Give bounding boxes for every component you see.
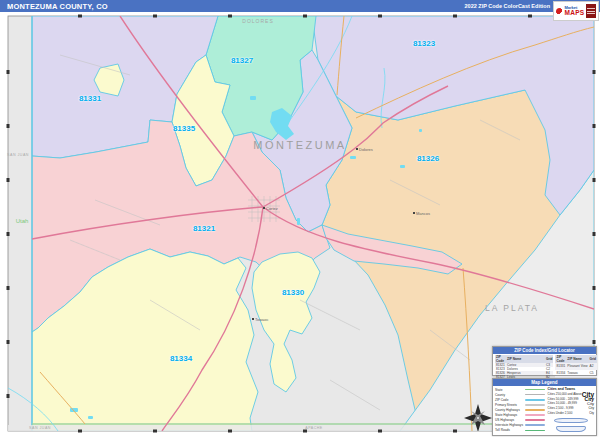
- city-mark-sample: City: [589, 406, 595, 410]
- zip-index-cell: C5: [589, 370, 598, 377]
- legend-line-sample: [525, 404, 545, 406]
- logo-swirl-icon: [556, 8, 563, 15]
- town-label: Towaoc: [255, 317, 269, 322]
- legend-item-label: State Highways: [495, 413, 517, 417]
- zip-index-cell: 81334: [555, 370, 566, 377]
- interstate-shield-icon: [556, 426, 586, 432]
- legend-line-sample: [525, 414, 545, 416]
- map-legend-header: Map Legend: [493, 379, 596, 386]
- map-legend-panel: Map Legend StateCountyZIP CodePrimary St…: [492, 378, 597, 436]
- legend-item-label: State: [495, 388, 502, 392]
- cities-rows: Cities 250,000 and AboveCityCities 50,00…: [548, 392, 594, 415]
- city-size-row: Cities Under 2,500City: [548, 410, 594, 415]
- town-dot: [413, 212, 415, 214]
- legend-item-label: County Highways: [495, 408, 520, 412]
- title-bar: MONTEZUMA COUNTY, CO 2022 ZIP Code Color…: [0, 0, 600, 12]
- zip-index-header: ZIP Code Index/Grid Locator: [493, 347, 596, 354]
- zip-index-cell: A2: [589, 363, 598, 370]
- legend-item-label: ZIP Code: [495, 398, 508, 402]
- city-range-label: Cities 2,500 - 9,999: [548, 406, 574, 410]
- zip-index-row: 81331Pleasant ViewA2: [555, 363, 597, 370]
- page-title: MONTEZUMA COUNTY, CO: [0, 2, 108, 11]
- legend-line-sample: [525, 419, 545, 421]
- legend-line-sample: [525, 389, 545, 391]
- city-range-label: Cities Under 2,500: [548, 411, 573, 415]
- town-label: Dolores: [359, 147, 373, 152]
- zip-index-cell: Pleasant View: [566, 363, 588, 370]
- legend-item: Toll Roads: [495, 428, 545, 433]
- column-header: ZIP Code: [555, 355, 566, 363]
- map-page: MONTEZUMA COUNTY, CO 2022 ZIP Code Color…: [0, 0, 600, 437]
- town-label: Mancos: [416, 211, 430, 216]
- highway-shield-samples: [548, 418, 594, 432]
- zip-index-panel: ZIP Code Index/Grid Locator ZIP CodeZIP …: [492, 346, 597, 376]
- legend-item-label: Primary Streets: [495, 403, 517, 407]
- legend-item-label: Interstate Highways: [495, 423, 523, 427]
- city-range-label: Cities 10,000 - 49,999: [548, 401, 577, 405]
- column-header: ZIP Name: [566, 355, 588, 363]
- zip-index-cell: Towaoc: [566, 370, 588, 377]
- city-size-row: Cities 10,000 - 49,999City: [548, 401, 594, 406]
- town-dot: [252, 318, 254, 320]
- zip-index-row: 81334TowaocC5: [555, 370, 597, 377]
- legend-item-label: Toll Roads: [495, 428, 510, 432]
- town-dot: [356, 148, 358, 150]
- zip-index-columns: ZIP CodeZIP NameGrid: [555, 355, 597, 363]
- legend-line-sample: [525, 399, 545, 401]
- column-header: Grid: [589, 355, 598, 363]
- city-mark-sample: City: [589, 411, 594, 415]
- town-dot: [263, 207, 265, 209]
- legend-line-items: StateCountyZIP CodePrimary StreetsCounty…: [495, 387, 545, 433]
- logo-tag-block: [586, 4, 596, 18]
- column-header: Grid: [545, 355, 554, 363]
- zip-index-columns: ZIP CodeZIP NameGrid: [495, 355, 553, 363]
- town-label: Cortez: [266, 206, 278, 211]
- column-header: ZIP Name: [506, 355, 545, 363]
- publisher-logo: Market MAPS: [553, 1, 599, 21]
- zip-index-cell: 81331: [555, 363, 566, 370]
- legend-line-sample: [525, 409, 545, 411]
- city-range-label: Cities 50,000 - 249,999: [548, 397, 579, 401]
- column-header: ZIP Code: [495, 355, 506, 363]
- legend-item-label: US Highways: [495, 418, 514, 422]
- legend-line-sample: [525, 430, 545, 432]
- legend-line-sample: [525, 394, 545, 396]
- logo-brand-bottom: MAPS: [565, 10, 585, 17]
- us-route-shield-icon: [554, 418, 588, 423]
- legend-line-sample: [525, 424, 545, 426]
- city-range-label: Cities 250,000 and Above: [548, 392, 582, 396]
- legend-item-label: County: [495, 393, 505, 397]
